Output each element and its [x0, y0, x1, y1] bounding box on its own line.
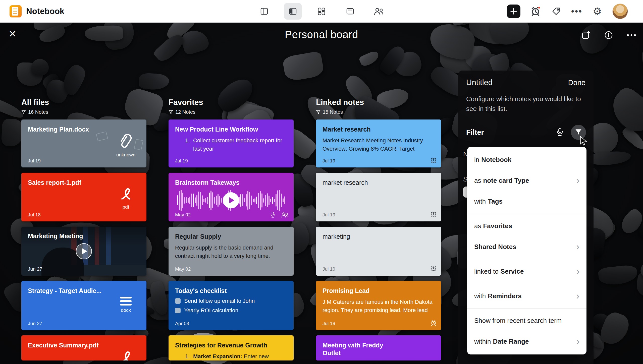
column-all-files: All files 16 Notes Marketing Plan.docx u… [21, 98, 146, 360]
note-card-pdf-partial[interactable]: Executive Summary.pdf [21, 335, 146, 360]
mic-icon [270, 211, 276, 218]
note-card-partial[interactable]: Meeting with Freddy Outlet [316, 335, 441, 360]
new-note-button[interactable] [507, 5, 520, 18]
card-title: Executive Summary.pdf [28, 341, 140, 349]
shared-view-icon[interactable] [370, 3, 388, 20]
column-title: All files [21, 98, 146, 107]
filter-funnel-icon [316, 110, 320, 114]
card-date: Jul 19 [175, 158, 188, 164]
card-title: Promising Lead [323, 287, 435, 295]
note-card-pdf[interactable]: Sales report-1.pdf pdf Jul 18 [21, 173, 146, 221]
panel-description: Configure which notes you would like to … [458, 87, 594, 114]
board-actions [581, 30, 636, 40]
menu-item-shared-notes[interactable]: Shared Notes › [467, 236, 586, 257]
list-item-text: Enter new [244, 353, 269, 359]
reminder-clock-icon [431, 157, 437, 164]
note-card-audio[interactable]: Brainstorm Takeways May 02 [169, 173, 294, 221]
note-card-video[interactable]: Marketing Meeting Jun 27 [21, 227, 146, 276]
note-card-attachment[interactable]: Marketing Plan.docx unknown Jul 19 [21, 119, 146, 167]
card-title: Sales report-1.pdf [28, 179, 140, 187]
note-card-docx[interactable]: Strategy - Target Audie... docx Jun 27 [21, 281, 146, 330]
card-date: Jun 27 [28, 266, 42, 272]
acrobat-pdf-icon [119, 350, 133, 360]
app-title: Notebook [26, 7, 64, 16]
card-title: Strategy - Target Audie... [28, 287, 140, 295]
menu-item-within-date-range[interactable]: within Date Range › [467, 331, 586, 352]
column-count: 12 Notes [175, 109, 195, 115]
info-icon[interactable] [604, 30, 613, 40]
chevron-right-icon: › [576, 292, 579, 300]
play-button-icon[interactable] [223, 192, 239, 208]
board-view-icon[interactable] [284, 3, 302, 20]
top-app-bar: Notebook ••• ⚙ [0, 0, 643, 23]
chevron-right-icon: › [576, 177, 579, 184]
card-date: Jul 19 [323, 212, 335, 218]
notecard-view-icon[interactable] [341, 3, 359, 20]
acrobat-pdf-icon [119, 187, 133, 201]
reminder-clock-icon [431, 265, 437, 273]
menu-item-with-reminders[interactable]: with Reminders › [467, 286, 586, 307]
reminders-icon[interactable] [530, 6, 541, 17]
column-title: Linked notes [316, 98, 441, 107]
menu-item-as-favorites[interactable]: as Favorites [467, 216, 586, 236]
card-title: Marketing Meeting [28, 232, 83, 240]
docx-lines-icon [114, 297, 138, 306]
card-title: marketing [323, 233, 435, 240]
card-title: Meeting with Freddy Outlet [323, 341, 403, 357]
menu-item-linked-to-service[interactable]: linked to Service › [467, 261, 586, 282]
checklist-item: Yearly ROI calculation [184, 307, 238, 314]
note-card-text[interactable]: marketing Jul 19 [316, 227, 441, 276]
notebook-logo-icon [10, 5, 22, 17]
card-title: Market research [323, 126, 435, 133]
checkbox[interactable] [175, 308, 181, 313]
kanban-view-icon[interactable] [313, 3, 330, 20]
filter-dropdown-menu: in Notebook as note card Type › with Tag… [467, 147, 586, 354]
list-marker: 1. [185, 352, 190, 360]
sidebar-panel-icon[interactable] [255, 3, 273, 20]
profile-avatar[interactable] [612, 4, 628, 19]
chevron-right-icon: › [576, 338, 579, 345]
card-body: Market Research Meeting Notes Industry O… [323, 136, 435, 153]
card-title: Brainstorm Takeways [175, 179, 287, 187]
card-title: Marketing Plan.docx [28, 126, 140, 133]
card-title: Strategies for Revenue Growth [175, 341, 287, 349]
menu-item-note-card-type[interactable]: as note card Type › [467, 170, 586, 191]
checkbox[interactable] [175, 298, 181, 304]
filter-funnel-icon [169, 110, 173, 114]
note-card-checklist[interactable]: Today's checklist Send follow up email t… [169, 281, 294, 330]
menu-item-with-tags[interactable]: with Tags [467, 191, 586, 212]
tags-icon[interactable] [551, 6, 562, 17]
card-title: Regular Supply [175, 233, 287, 240]
settings-icon[interactable]: ⚙ [592, 6, 603, 17]
card-date: Jul 18 [28, 212, 41, 218]
card-date: Apr 03 [175, 321, 189, 326]
note-card-text[interactable]: market research Jul 19 [316, 173, 441, 221]
collaborators-icon [281, 212, 289, 218]
notification-dot [538, 6, 541, 9]
more-icon[interactable] [626, 34, 636, 37]
voice-search-mic-icon[interactable] [554, 128, 565, 137]
card-date: Jul 19 [28, 158, 41, 164]
card-body: Regular supply is the basic demand and c… [175, 244, 287, 260]
board-title: Personal board [0, 29, 643, 41]
done-button[interactable]: Done [568, 79, 585, 87]
play-button-icon[interactable] [76, 243, 92, 259]
file-type-label: unknown [114, 152, 138, 158]
chevron-right-icon: › [576, 243, 579, 251]
menu-item-in-notebook[interactable]: in Notebook [467, 149, 586, 170]
card-body: J M Caterers are famous in the North Dak… [323, 298, 435, 314]
menu-item-recent-search-term[interactable]: Show from recent search term [467, 310, 586, 331]
note-card-text[interactable]: Promising Lead J M Caterers are famous i… [316, 281, 441, 330]
note-card-list-partial[interactable]: Strategies for Revenue Growth 1. Market … [169, 335, 294, 360]
add-note-to-board-icon[interactable] [581, 30, 591, 40]
checklist-item: Send follow up email to John [184, 298, 255, 304]
note-card-list[interactable]: New Product Line Workflow 1. Collect cus… [169, 119, 294, 167]
view-switcher [255, 0, 388, 23]
column-linked-notes: Linked notes 15 Notes Market research Ma… [316, 98, 441, 360]
column-title: Favorites [169, 98, 294, 107]
more-icon[interactable]: ••• [571, 6, 582, 17]
column-count: 15 Notes [323, 109, 343, 115]
note-card-text[interactable]: Regular Supply Regular supply is the bas… [169, 227, 294, 276]
note-card-text[interactable]: Market research Market Research Meeting … [316, 119, 441, 167]
list-title[interactable]: Untitled [466, 78, 493, 87]
